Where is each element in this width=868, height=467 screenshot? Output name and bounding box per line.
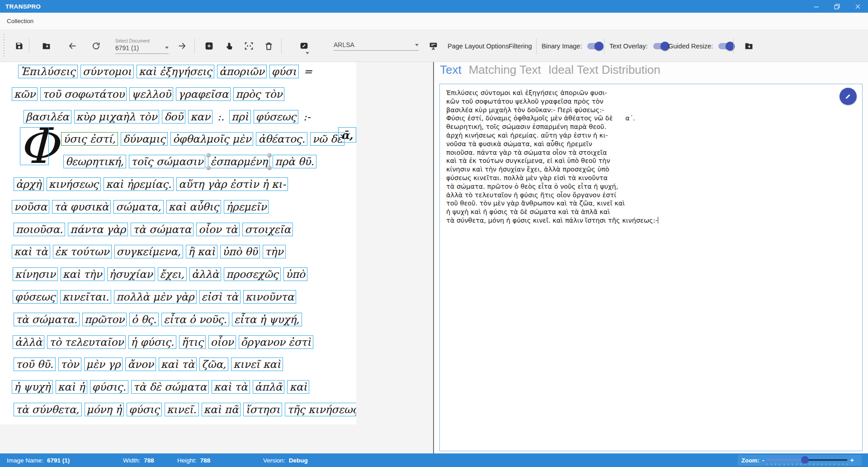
manuscript-word-box[interactable]: πολλὰ μὲν γὰρ [114,290,196,304]
manuscript-word-box[interactable]: ἀλλὰ [13,335,44,349]
edit-fab-button[interactable] [840,88,857,105]
manuscript-word-box[interactable]: προσεχῶς [224,267,281,281]
manuscript-word-box[interactable]: εἶτα ὁ νοῦς. [161,313,229,326]
manuscript-word-box[interactable]: ἀλλὰ [189,267,221,281]
tab-text[interactable]: Text [440,63,462,77]
manuscript-word-box[interactable]: τὸ τελευταῖον [47,335,126,349]
manuscript-word-box[interactable]: εἰσὶ τὰ [199,290,241,304]
manuscript-word-box[interactable]: φύσεως [254,110,298,124]
manuscript-word-box[interactable]: καὶ τὰ [159,357,197,371]
manuscript-word-box[interactable]: ὄργανον ἐστὶ [239,335,314,349]
manuscript-word-box[interactable]: ἀθέατος. [256,132,307,146]
guided-resize-toggle[interactable] [718,43,734,49]
zoom-slider[interactable] [767,456,847,464]
resize-handle[interactable] [267,166,272,170]
transcription-text[interactable]: Ἐπιλύσεις σύντομοι καὶ ἐξηγήσεις ἀποριῶν… [446,89,835,446]
manuscript-word-box[interactable]: καὶ ἐξηγήσεις [137,65,214,78]
filtering-button[interactable]: Filtering [509,30,532,62]
delete-region-button[interactable] [259,37,278,55]
manuscript-word-box[interactable]: τοῦ σοφωτάτου [40,87,127,101]
manuscript-word-box[interactable]: τοῖς σώμασιν [129,155,205,168]
manuscript-word-box[interactable]: ψελλοῦ [129,87,173,101]
manuscript-word-box[interactable]: ζῶα, [199,357,228,371]
manuscript-word-box[interactable]: τῆς κινήσεως [285,403,356,416]
manuscript-word-box[interactable]: κινήσεως [47,177,101,191]
manuscript-word-box[interactable]: εἶτα ἡ ψυχή, [232,313,302,326]
manuscript-word-box[interactable]: ὁ θς. [129,313,159,326]
resize-handle[interactable] [267,153,272,157]
manuscript-word-box[interactable]: κίνησιν [13,267,58,281]
manuscript-word-box[interactable]: τὰ δὲ σώματα [131,380,209,394]
manuscript-word-box[interactable]: καν [188,110,212,124]
manuscript-word-box[interactable]: ἄνον [125,357,156,371]
zoom-slider-thumb[interactable] [801,456,809,464]
manuscript-word-box[interactable]: νοῦσα [12,200,49,214]
manuscript-word-box[interactable]: κινεῖται. [60,290,111,304]
touch-select-button[interactable] [220,37,238,55]
manuscript-word-box[interactable]: ποιοῦσα. [14,223,65,236]
page-display-button[interactable] [424,37,442,55]
close-button[interactable] [847,0,868,13]
manuscript-word-box[interactable]: καὶ αὖθις [166,200,222,214]
manuscript-word-box[interactable]: φύσι [269,65,299,78]
page-layout-options-button[interactable]: Page Layout Options [448,30,509,62]
manuscript-word-box[interactable]: δύναμις [121,132,168,146]
manuscript-word-box[interactable]: ὑπὸ [283,267,307,281]
manuscript-word-box[interactable]: πρὶ [229,110,251,124]
tab-matching-text[interactable]: Matching Text [469,63,541,77]
resize-region-button[interactable] [240,37,258,55]
binary-image-toggle[interactable] [587,43,603,49]
manuscript-word-box[interactable]: Ἐπιλύσεις [18,65,78,78]
manuscript-word-box[interactable]: ἁπλᾶ [253,380,285,394]
resize-handle[interactable] [206,166,211,170]
add-region-button[interactable] [200,37,218,55]
manuscript-word-box[interactable]: σύντομοι [80,65,134,78]
manuscript-word-box[interactable]: ἥτις [179,335,205,349]
manuscript-word-box[interactable]: καὶ ἡ [56,380,87,394]
manuscript-word-box[interactable]: βασιλέα [24,110,71,124]
refresh-button[interactable] [87,37,105,55]
manuscript-word-box[interactable]: μὲν γρ [84,357,123,371]
manuscript-word-box[interactable]: πρὸς τὸν [233,87,284,101]
manuscript-word-box[interactable]: φύσεως [13,290,57,304]
restore-button[interactable] [826,0,847,13]
manuscript-word-box[interactable]: οἷον τὰ [196,223,240,236]
manuscript-word-box[interactable]: φύσις [127,403,162,416]
manuscript-word-box[interactable]: ἠρεμεῖν [224,200,269,214]
manuscript-word-box[interactable]: ἡσυχίαν [107,267,155,281]
manuscript-word-box[interactable]: καὶ τὰ [12,245,50,258]
manuscript-word-box[interactable]: καὶ τὰ [212,380,250,394]
manuscript-word-box[interactable]: ἀρχὴ [14,177,44,191]
previous-document-button[interactable] [63,37,81,55]
manuscript-word-box[interactable]: τὸν [58,357,81,371]
export-folder-button[interactable] [740,37,758,55]
manuscript-word-box[interactable]: αὕτη γὰρ ἐστὶν ἡ κι- [176,177,288,191]
zoom-out-button[interactable]: - [762,457,764,464]
manuscript-word-box[interactable]: οἷον [208,335,236,349]
text-overlay-toggle[interactable] [653,43,669,49]
manuscript-word-box[interactable]: κινοῦντα [243,290,296,304]
edit-region-button[interactable] [295,37,313,55]
manuscript-word-box[interactable]: ἔχει, [158,267,187,281]
manuscript-word-box[interactable]: ύσις ἐστί, [61,132,118,146]
add-folder-button[interactable] [37,37,55,55]
zoom-in-button[interactable]: + [850,457,854,464]
manuscript-word-box[interactable]: μόνη ἡ [85,403,124,416]
manuscript-word-box[interactable]: κῶν [12,87,38,101]
save-button[interactable] [10,37,28,55]
manuscript-word-box[interactable]: ἢ καὶ [186,245,217,258]
manuscript-word-box[interactable]: ἵστησι [243,403,282,416]
manuscript-word-box[interactable]: πρῶτον [82,313,127,326]
manuscript-word-box[interactable]: τὴν [263,245,286,258]
manuscript-word-box[interactable]: ἐκ τούτων [53,245,112,258]
manuscript-word-box[interactable]: ὑπὸ θῦ [220,245,260,258]
manuscript-word-box[interactable]: τὰ σώματα. [14,313,80,326]
model-select-dropdown[interactable]: ARLSA [334,30,419,62]
toolbar-drag-handle[interactable] [3,34,5,58]
manuscript-word-box[interactable]: δοῦ [162,110,185,124]
manuscript-word-box[interactable]: κὺρ μιχαὴλ τὸν [74,110,160,124]
manuscript-word-box[interactable]: πρὰ θῦ. [273,155,316,168]
manuscript-word-box[interactable]: φύσις. [90,380,128,394]
manuscript-word-box[interactable]: ἡ ψυχὴ [12,380,53,394]
manuscript-word-box[interactable]: γραφεῖσα [176,87,231,101]
